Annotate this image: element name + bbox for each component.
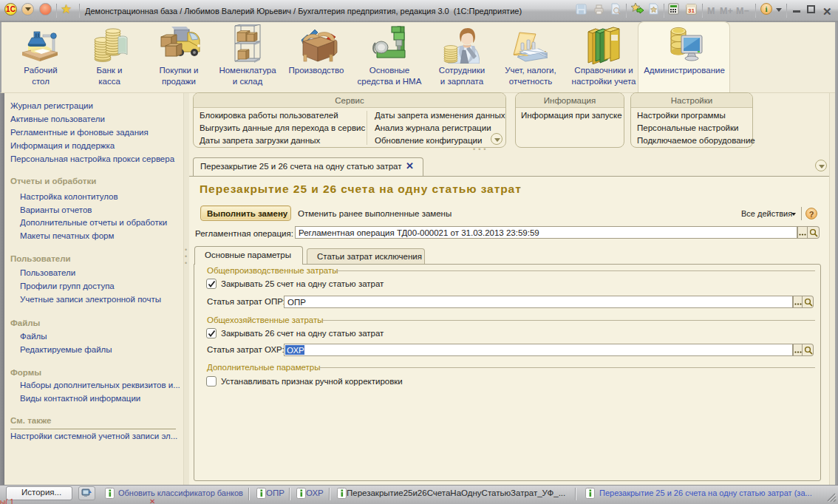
svg-text:31: 31 — [688, 7, 695, 14]
